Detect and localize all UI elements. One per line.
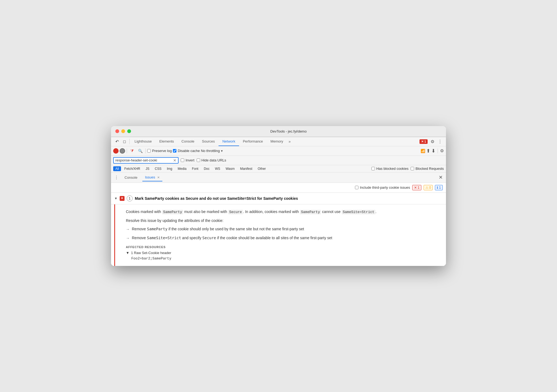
toolbar-divider-2 bbox=[145, 148, 146, 153]
third-party-cookie-checkbox[interactable] bbox=[355, 186, 358, 189]
window-title: DevTools - jec.fyi/demo bbox=[135, 129, 442, 133]
filter-icon[interactable]: ⧩ bbox=[129, 147, 136, 154]
clear-button[interactable] bbox=[120, 148, 125, 154]
code-samesite-strict-2: SameSite=Strict bbox=[147, 236, 181, 240]
raw-cookie-value: Foo2=bar2;SameParty bbox=[126, 256, 441, 261]
record-button[interactable] bbox=[113, 148, 119, 154]
type-btn-wasm[interactable]: Wasm bbox=[223, 166, 237, 171]
type-btn-ws[interactable]: WS bbox=[213, 166, 222, 171]
settings-icon[interactable]: ⚙ bbox=[429, 138, 436, 145]
issue-title: Mark SameParty cookies as Secure and do … bbox=[135, 196, 298, 201]
devtools-window: DevTools - jec.fyi/demo ↶ ◻ Lighthouse E… bbox=[111, 126, 446, 266]
code-sameparty-3: SameParty bbox=[147, 227, 167, 231]
action-arrow-icon-2: → bbox=[126, 235, 130, 241]
issue-header[interactable]: ▼ ✕ 1 Mark SameParty cookies as Secure a… bbox=[111, 193, 446, 204]
tab-sources[interactable]: Sources bbox=[198, 137, 219, 146]
type-btn-other[interactable]: Other bbox=[256, 166, 268, 171]
type-filter-right: Has blocked cookies Blocked Requests bbox=[371, 167, 444, 171]
error-badge: ✕ 1 bbox=[412, 185, 421, 190]
disable-cache-checkbox[interactable] bbox=[173, 149, 176, 153]
issue-description: Cookies marked with SameParty must also … bbox=[126, 209, 441, 215]
network-toolbar-right: 📶 ⬆ ⬇ ⚙ bbox=[421, 148, 444, 154]
throttle-chevron-icon: ▼ bbox=[220, 149, 223, 153]
type-btn-fetch-xhr[interactable]: Fetch/XHR bbox=[122, 166, 142, 171]
maximize-button[interactable] bbox=[127, 129, 131, 133]
hide-data-urls-checkbox[interactable] bbox=[197, 158, 200, 162]
tab-memory[interactable]: Memory bbox=[267, 137, 287, 146]
raw-cookie-header[interactable]: ▼ 1 Raw Set-Cookie header bbox=[126, 251, 441, 255]
blocked-requests-label[interactable]: Blocked Requests bbox=[411, 167, 444, 171]
type-btn-font[interactable]: Font bbox=[190, 166, 200, 171]
network-toolbar: ⧩ 🔍 Preserve log Disable cache No thrott… bbox=[111, 146, 446, 156]
issue-item: ▼ ✕ 1 Mark SameParty cookies as Secure a… bbox=[111, 193, 446, 266]
type-btn-manifest[interactable]: Manifest bbox=[238, 166, 254, 171]
device-toolbar-icon[interactable]: ◻ bbox=[121, 138, 128, 145]
search-icon[interactable]: 🔍 bbox=[137, 147, 144, 154]
type-btn-css[interactable]: CSS bbox=[153, 166, 164, 171]
preserve-log-label[interactable]: Preserve log bbox=[147, 149, 172, 153]
tab-console-issues[interactable]: Console bbox=[122, 174, 140, 181]
code-secure-1: Secure bbox=[228, 210, 243, 214]
issue-resolve-text: Resolve this issue by updating the attri… bbox=[126, 218, 441, 223]
action-arrow-icon-1: → bbox=[126, 226, 130, 232]
more-options-icon[interactable]: ⋮ bbox=[436, 138, 444, 145]
filter-bar: ✕ Invert Hide data URLs bbox=[111, 156, 446, 165]
issues-panel-header: ⋮ Console Issues ✕ ✕ bbox=[111, 173, 446, 183]
throttle-wrapper: No throttling ▼ bbox=[201, 149, 223, 153]
error-x-icon: ✕ bbox=[421, 140, 424, 143]
error-count-badge: ✕ 1 bbox=[420, 139, 428, 144]
nav-tabs: ↶ ◻ Lighthouse Elements Console Sources … bbox=[111, 137, 446, 146]
preserve-log-checkbox[interactable] bbox=[147, 149, 151, 153]
issue-action-2: → Remove SameSite=Strict and specify Sec… bbox=[126, 235, 441, 241]
issue-chevron-icon: ▼ bbox=[114, 197, 118, 200]
code-secure-2: Secure bbox=[202, 236, 216, 240]
devtools-body: ↶ ◻ Lighthouse Elements Console Sources … bbox=[111, 137, 446, 266]
third-party-cookie-label[interactable]: Include third-party cookie issues bbox=[355, 185, 410, 190]
hide-data-urls-label[interactable]: Hide data URLs bbox=[197, 158, 226, 162]
tab-issues[interactable]: Issues ✕ bbox=[142, 174, 162, 181]
issues-panel-close-button[interactable]: ✕ bbox=[437, 174, 444, 181]
warning-badge: ⚠ 0 bbox=[424, 185, 433, 190]
code-sameparty-2: SameParty bbox=[300, 210, 321, 214]
disable-cache-label[interactable]: Disable cache bbox=[173, 149, 200, 153]
invert-label[interactable]: Invert bbox=[181, 158, 194, 162]
more-tabs-button[interactable]: » bbox=[287, 137, 292, 146]
has-blocked-cookies-label[interactable]: Has blocked cookies bbox=[371, 167, 408, 171]
import-icon[interactable]: ⬆ bbox=[426, 148, 430, 154]
filter-clear-icon[interactable]: ✕ bbox=[173, 158, 176, 163]
type-btn-all[interactable]: All bbox=[113, 166, 121, 171]
blocked-requests-checkbox[interactable] bbox=[411, 167, 414, 170]
code-samesite-strict-1: SameSite=Strict bbox=[342, 210, 375, 214]
traffic-lights bbox=[115, 129, 131, 133]
filter-input[interactable] bbox=[115, 158, 172, 162]
badge-warning-icon: ⚠ bbox=[425, 186, 428, 190]
has-blocked-cookies-checkbox[interactable] bbox=[371, 167, 375, 170]
raw-cookie-chevron-icon: ▼ bbox=[126, 251, 129, 255]
tab-console[interactable]: Console bbox=[178, 137, 198, 146]
export-icon[interactable]: ⬇ bbox=[431, 148, 435, 154]
badge-info-icon: ℹ bbox=[437, 186, 438, 190]
issues-content-header: Include third-party cookie issues ✕ 1 ⚠ … bbox=[111, 183, 446, 193]
toolbar-divider-1 bbox=[127, 148, 127, 153]
affected-resources: AFFECTED RESOURCES ▼ 1 Raw Set-Cookie he… bbox=[126, 245, 441, 261]
type-btn-doc[interactable]: Doc bbox=[202, 166, 212, 171]
tab-lighthouse[interactable]: Lighthouse bbox=[131, 137, 156, 146]
tab-elements[interactable]: Elements bbox=[156, 137, 178, 146]
network-settings-icon[interactable]: ⚙ bbox=[440, 148, 444, 153]
cursor-icon[interactable]: ↶ bbox=[113, 138, 121, 145]
issue-action-1: → Remove SameParty if the cookie should … bbox=[126, 226, 441, 232]
wifi-icon: 📶 bbox=[421, 149, 425, 153]
tab-performance[interactable]: Performance bbox=[239, 137, 267, 146]
panel-menu-icon[interactable]: ⋮ bbox=[113, 174, 120, 181]
type-btn-img[interactable]: Img bbox=[165, 166, 175, 171]
issue-error-icon: ✕ bbox=[120, 196, 125, 201]
minimize-button[interactable] bbox=[121, 129, 125, 133]
tab-network[interactable]: Network bbox=[219, 137, 239, 146]
invert-checkbox[interactable] bbox=[181, 158, 184, 162]
issues-tab-close-icon[interactable]: ✕ bbox=[157, 176, 160, 179]
close-button[interactable] bbox=[115, 129, 119, 133]
badge-error-icon: ✕ bbox=[414, 186, 417, 190]
type-btn-media[interactable]: Media bbox=[176, 166, 189, 171]
type-filter-row: All Fetch/XHR JS CSS Img Media Font Doc … bbox=[111, 165, 446, 173]
type-btn-js[interactable]: JS bbox=[143, 166, 152, 171]
